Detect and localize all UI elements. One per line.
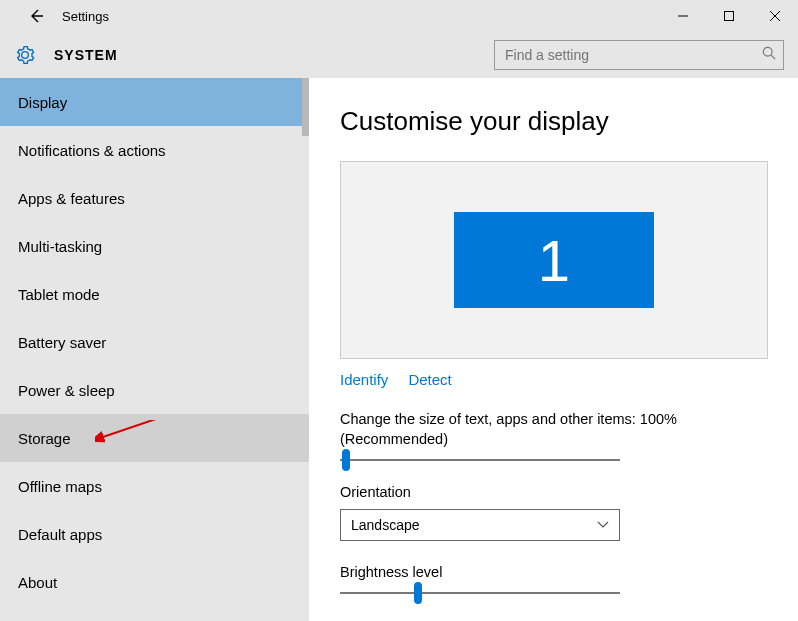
search-wrap [494, 40, 784, 70]
identify-link[interactable]: Identify [340, 371, 388, 388]
sidebar-item-label: About [18, 574, 57, 591]
section-title: SYSTEM [54, 47, 118, 63]
maximize-icon [724, 11, 734, 21]
sidebar-item-display[interactable]: Display [0, 78, 309, 126]
titlebar: Settings [0, 0, 798, 32]
back-arrow-icon [28, 8, 44, 24]
sidebar-item-offline-maps[interactable]: Offline maps [0, 462, 309, 510]
sidebar-item-notifications[interactable]: Notifications & actions [0, 126, 309, 174]
orientation-value: Landscape [351, 517, 420, 533]
orientation-select[interactable]: Landscape [340, 509, 620, 541]
close-button[interactable] [752, 0, 798, 32]
sidebar-item-label: Battery saver [18, 334, 106, 351]
display-preview[interactable]: 1 [340, 161, 768, 359]
brightness-slider[interactable] [340, 592, 620, 594]
sidebar-item-label: Notifications & actions [18, 142, 166, 159]
chevron-down-icon [597, 518, 609, 532]
orientation-label: Orientation [340, 483, 768, 503]
svg-rect-1 [725, 12, 734, 21]
window-controls [660, 0, 798, 32]
sidebar-item-label: Storage [18, 430, 71, 447]
slider-thumb[interactable] [342, 449, 350, 471]
gear-icon [14, 44, 36, 66]
sidebar-item-label: Default apps [18, 526, 102, 543]
sidebar-item-label: Display [18, 94, 67, 111]
text-size-slider[interactable] [340, 459, 620, 461]
sidebar-item-battery-saver[interactable]: Battery saver [0, 318, 309, 366]
sidebar-item-tablet-mode[interactable]: Tablet mode [0, 270, 309, 318]
search-input[interactable] [494, 40, 784, 70]
sidebar-item-label: Tablet mode [18, 286, 100, 303]
monitor-thumbnail[interactable]: 1 [454, 212, 654, 308]
sidebar-item-label: Power & sleep [18, 382, 115, 399]
page-title: Customise your display [340, 106, 768, 137]
sidebar-item-default-apps[interactable]: Default apps [0, 510, 309, 558]
sidebar-item-storage[interactable]: Storage [0, 414, 309, 462]
sidebar-item-apps-features[interactable]: Apps & features [0, 174, 309, 222]
sidebar-item-power-sleep[interactable]: Power & sleep [0, 366, 309, 414]
text-size-label: Change the size of text, apps and other … [340, 410, 768, 449]
sidebar-item-label: Offline maps [18, 478, 102, 495]
content: Customise your display 1 Identify Detect… [310, 78, 798, 621]
scrollbar-thumb[interactable] [302, 78, 309, 136]
monitor-number: 1 [538, 227, 570, 294]
sidebar-item-about[interactable]: About [0, 558, 309, 606]
back-button[interactable] [20, 0, 52, 32]
window-title: Settings [62, 9, 109, 24]
brightness-label: Brightness level [340, 563, 768, 583]
maximize-button[interactable] [706, 0, 752, 32]
minimize-button[interactable] [660, 0, 706, 32]
sidebar-item-label: Multi-tasking [18, 238, 102, 255]
close-icon [770, 11, 780, 21]
sidebar: Display Notifications & actions Apps & f… [0, 78, 310, 621]
slider-thumb[interactable] [414, 582, 422, 604]
detect-link[interactable]: Detect [408, 371, 451, 388]
header: SYSTEM [0, 32, 798, 78]
sidebar-item-label: Apps & features [18, 190, 125, 207]
minimize-icon [678, 11, 688, 21]
sidebar-item-multitasking[interactable]: Multi-tasking [0, 222, 309, 270]
display-links: Identify Detect [340, 371, 768, 388]
